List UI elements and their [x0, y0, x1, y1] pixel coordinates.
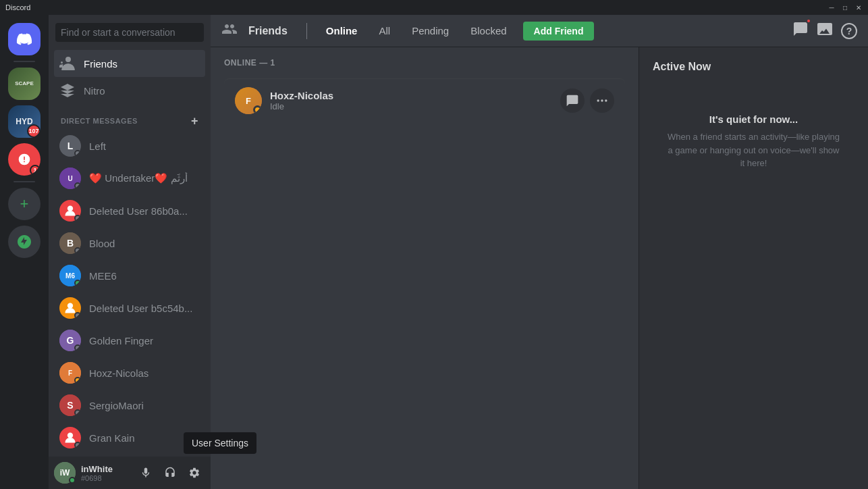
- server-badge-3: 1: [30, 165, 40, 176]
- tab-online[interactable]: Online: [321, 22, 363, 39]
- friends-list-area: ONLINE — 1 F Hoxz-Nicolas Idle: [211, 47, 639, 489]
- server-divider-2: [13, 181, 35, 182]
- minimize-button[interactable]: ─: [828, 3, 836, 11]
- message-friend-button[interactable]: [560, 88, 585, 113]
- dm-avatar-hoxz: F: [59, 362, 81, 384]
- online-count: ONLINE — 1: [224, 58, 625, 68]
- add-friend-button[interactable]: Add Friend: [523, 22, 595, 41]
- friend-avatar-hoxz: F: [235, 87, 262, 114]
- quiet-title: It's quiet for now...: [666, 113, 841, 125]
- nitro-icon: [59, 82, 76, 99]
- app-body: SCAPE HYD 107 1 +: [0, 15, 868, 489]
- dm-name-undertaker: ❤️ Undertaker❤️ أرثَم: [89, 172, 200, 184]
- dm-item-sergio[interactable]: S SergioMaori: [54, 389, 205, 421]
- inbox-button[interactable]: [817, 21, 833, 41]
- svg-point-3: [67, 206, 73, 211]
- dm-item-hoxz[interactable]: F Hoxz-Nicolas: [54, 357, 205, 389]
- friends-nav-label: Friends: [84, 58, 117, 70]
- dm-name-goldenfinger: Golden Finger: [89, 335, 200, 346]
- tab-all[interactable]: All: [373, 22, 396, 39]
- help-button[interactable]: ?: [841, 23, 857, 39]
- nitro-nav-item[interactable]: Nitro: [54, 77, 205, 104]
- svg-rect-1: [24, 157, 25, 160]
- dm-list: L Left U ❤️ Undertaker❤️ أرثَم Deleted U…: [49, 130, 211, 457]
- dm-status-undertaker: [74, 182, 81, 189]
- dm-item-blood[interactable]: B Blood: [54, 227, 205, 259]
- dm-section-header: DIRECT MESSAGES +: [49, 104, 211, 130]
- dm-status-sergio: [74, 409, 81, 416]
- server-badge-2: 107: [27, 124, 40, 138]
- dm-status-mee6: [74, 280, 81, 286]
- user-bar: iW inWhite #0698 User Settings: [49, 457, 211, 489]
- friend-name-hoxz: Hoxz-Nicolas: [270, 90, 560, 101]
- svg-point-4: [67, 303, 73, 309]
- server-icon-3[interactable]: 1: [8, 143, 40, 176]
- dm-status-grankain: [74, 442, 81, 448]
- user-bar-actions: User Settings: [135, 462, 205, 484]
- server-divider: [13, 61, 35, 62]
- quiet-desc: When a friend starts an activity—like pl…: [666, 130, 841, 170]
- friends-nav-item[interactable]: Friends: [54, 50, 205, 77]
- dm-avatar-mee6: M6: [59, 265, 81, 286]
- dm-avatar-blood: B: [59, 232, 81, 254]
- tab-blocked[interactable]: Blocked: [465, 22, 512, 39]
- server-icon-1[interactable]: SCAPE: [8, 68, 40, 100]
- header-divider: [306, 23, 307, 39]
- active-now-quiet: It's quiet for now... When a friend star…: [653, 86, 855, 197]
- more-options-button[interactable]: [590, 88, 614, 113]
- close-button[interactable]: ✕: [855, 3, 863, 11]
- user-bar-discriminator: #0698: [81, 474, 130, 482]
- friend-item-hoxz[interactable]: F Hoxz-Nicolas Idle: [224, 78, 625, 122]
- friends-content: ONLINE — 1 F Hoxz-Nicolas Idle: [211, 47, 868, 489]
- search-input[interactable]: [55, 23, 204, 42]
- tab-pending[interactable]: Pending: [406, 22, 454, 39]
- svg-rect-2: [24, 161, 25, 163]
- deafen-button[interactable]: [159, 462, 181, 484]
- dm-item-undertaker[interactable]: U ❤️ Undertaker❤️ أرثَم: [54, 162, 205, 195]
- new-group-dm-button[interactable]: [792, 21, 809, 41]
- dm-item-deleted2[interactable]: Deleted User b5c54b...: [54, 292, 205, 324]
- add-dm-button[interactable]: +: [191, 115, 198, 127]
- user-bar-info: inWhite #0698: [81, 464, 130, 482]
- user-bar-avatar: iW: [54, 462, 76, 484]
- user-settings-button[interactable]: [184, 462, 205, 484]
- home-button[interactable]: [8, 23, 40, 55]
- server-icon-2[interactable]: HYD 107: [8, 105, 40, 138]
- svg-point-7: [601, 99, 603, 101]
- main-content: Friends Online All Pending Blocked Add F…: [211, 15, 868, 489]
- dm-item-goldenfinger[interactable]: G Golden Finger: [54, 324, 205, 357]
- dm-item-left[interactable]: L Left: [54, 130, 205, 162]
- friend-info-hoxz: Hoxz-Nicolas Idle: [270, 90, 560, 111]
- maximize-button[interactable]: □: [841, 3, 849, 11]
- dm-item-grankain[interactable]: Gran Kain: [54, 421, 205, 454]
- dm-nav: Friends Nitro: [49, 50, 211, 104]
- dm-name-hoxz: Hoxz-Nicolas: [89, 367, 200, 379]
- friend-actions-hoxz: [560, 88, 614, 113]
- nitro-nav-label: Nitro: [84, 85, 105, 97]
- dm-name-deleted2: Deleted User b5c54b...: [89, 303, 200, 314]
- dm-item-mee6[interactable]: M6 MEE6: [54, 259, 205, 292]
- user-status-indicator: [69, 477, 76, 484]
- dm-item-deleted1[interactable]: Deleted User 86b0a...: [54, 195, 205, 227]
- dm-name-mee6: MEE6: [89, 270, 200, 282]
- dm-status-left: [74, 150, 81, 157]
- dm-avatar-deleted2: [59, 297, 81, 319]
- dm-search-area: [49, 15, 211, 50]
- friends-header-icon: [221, 21, 238, 41]
- dm-status-blood: [74, 247, 81, 254]
- dm-sidebar: Friends Nitro DIRECT MESSAGES + L Left: [49, 15, 211, 489]
- titlebar-title: Discord: [5, 3, 30, 11]
- dm-name-blood: Blood: [89, 238, 200, 249]
- main-header: Friends Online All Pending Blocked Add F…: [211, 15, 868, 47]
- dm-avatar-sergio: S: [59, 394, 81, 416]
- add-server-button[interactable]: +: [8, 188, 40, 220]
- friend-status-text-hoxz: Idle: [270, 101, 560, 111]
- mute-button[interactable]: [135, 462, 157, 484]
- active-now-title: Active Now: [653, 61, 855, 73]
- titlebar-controls: ─ □ ✕: [828, 3, 863, 11]
- dm-avatar-grankain: [59, 427, 81, 448]
- dm-badge: [806, 18, 811, 24]
- dm-name-left: Left: [89, 140, 200, 152]
- active-now-panel: Active Now It's quiet for now... When a …: [639, 47, 868, 489]
- explore-servers-button[interactable]: [8, 226, 40, 258]
